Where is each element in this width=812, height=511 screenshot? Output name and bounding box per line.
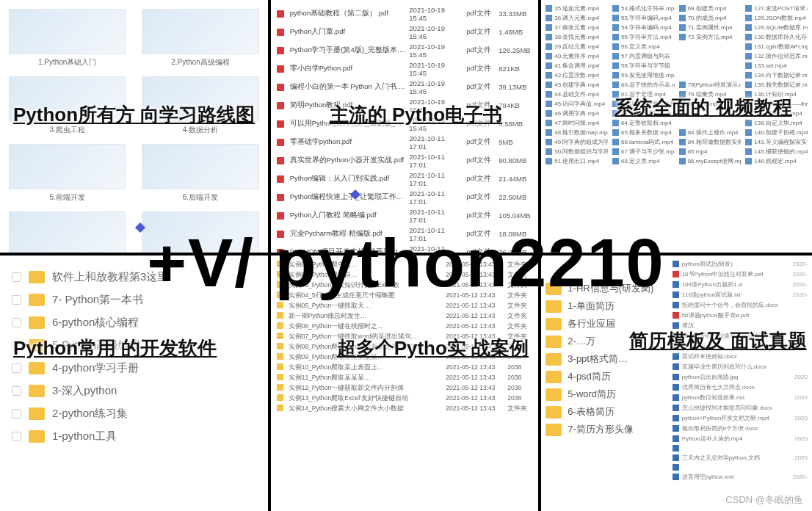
video-item[interactable]: 57.内置调组与列表 [612,52,675,60]
video-item[interactable]: 47.病时问操.mp4 [545,119,608,127]
case-row[interactable]: 实例11_Python爬取某某某…2021-05-12 13:432038 [275,373,534,383]
doc-row[interactable]: Python运补人体的.mp42020 [673,435,808,443]
doc-row[interactable]: 110道python面试题.txt2020- [673,291,808,299]
video-item[interactable]: 54.字符串编码.mp4 [612,23,675,32]
file-row[interactable]: 零基础学python.pdf2021-10-11 17:01pdf文件9MB [275,133,534,151]
video-item[interactable] [679,52,742,60]
video-item[interactable]: 49.阿字典的组成为学习.mp4 [545,138,608,146]
video-item[interactable]: 131.cgibr数据API.mp4 [745,43,808,51]
video-item[interactable]: 48.推引数据map.mp4 [545,128,608,137]
doc-row[interactable]: python总出自海路.jpg2020 [673,373,808,381]
file-row[interactable]: 零小白学Python.pdf2021-10-19 15:45pdf文件821KB [275,59,534,78]
video-item[interactable]: 37.修改元素.mp4 [545,23,608,32]
video-item[interactable]: 51.使用出口.mp4 [545,157,608,165]
video-item[interactable]: 70.的成员.mp4 [679,14,742,22]
video-item[interactable]: 40.元素排序.mp4 [545,52,608,60]
doc-row[interactable]: 应届毕业生简历到底写什么.docx [673,363,808,371]
doc-row[interactable] [673,445,808,452]
video-item[interactable]: 35.递如元素.mp4 [545,4,608,12]
file-row[interactable]: Python学习手册(第4版)_完整版本.pdf2021-10-19 15:45… [275,41,534,59]
video-item[interactable]: 143.等义编程探家实例.mp4 [745,138,808,146]
video-item[interactable]: 66.lambda码式.mp4 [612,138,675,146]
folder-row[interactable]: 3-深入python [7,381,261,401]
doc-row[interactable]: 怎么快捷找到才能提高印印象.docx [673,404,808,412]
video-item[interactable]: 55.字符串方法.mp4 [612,33,675,41]
video-item[interactable]: 71.实例属性.mp4 [679,23,742,32]
doc-row[interactable]: python+Python开发文档文献.mp42020 [673,414,808,422]
video-item[interactable]: 128.JSON数据.mp4 [745,14,808,22]
video-item[interactable]: 67.调子与不少张.mp4 [612,148,675,156]
video-item[interactable] [679,62,742,70]
video-item[interactable]: 43.创建字典.mp4 [545,81,608,89]
doc-row[interactable]: 50课题python酸手资w.pdf [673,311,808,319]
video-item[interactable]: 130.数据库持久化存储示论题.mp4 [745,33,808,41]
checkbox[interactable] [12,318,21,327]
video-item[interactable]: 86.myExcept使网.mp4 [679,157,742,165]
folder-row[interactable]: 7-简历方形头像 [545,423,663,436]
doc-row[interactable] [673,464,808,471]
video-item[interactable]: 38.查找元素.mp4 [545,33,608,41]
case-row[interactable]: 实例05_Python一键抓取天…2021-05-12 13:43文件夹 [275,301,534,311]
video-item[interactable]: 36.调入元素.mp4 [545,14,608,22]
video-item[interactable]: 50.阿数据组织与字符串.mp4 [545,148,608,156]
video-item[interactable]: 85.mp4 [679,148,742,156]
video-item[interactable]: 134.向下数据记录.mp4 [745,71,808,79]
folder-row[interactable]: 软件上和放教程第3这里 [7,267,261,287]
case-row[interactable]: 实例04_5行代码生成任意尺寸缩略图2021-05-12 13:43文件夹 [275,291,534,301]
doc-row[interactable]: 拒绝提问十个信号，会面投的应.docx [673,301,808,309]
folder-row[interactable]: 3-ppt格式简… [545,352,663,366]
doc-row[interactable]: 优秀简历有七大共同点.docx [673,383,808,391]
folder-row[interactable]: 5-word简历 [545,388,663,401]
thumbnail[interactable]: 6.后端开发 [142,144,258,203]
video-item[interactable]: 56.定义类.mp4 [612,43,675,51]
thumbnail[interactable]: 8.自动化测试 [142,211,258,256]
video-item[interactable]: 72.实例方法.mp4 [679,33,742,41]
video-item[interactable]: 84.相写做数据数实例.mp4 [679,138,742,146]
case-row[interactable]: 实例10_Python爬取某上表面上…2021-05-12 13:432038 [275,363,534,373]
thumbnail[interactable]: 1.Python基础入门 [9,9,126,68]
file-row[interactable]: 真实世界的Python小器开发实战.pdf2021-10-11 17:01pdf… [275,151,534,170]
folder-row[interactable]: 6-表格简历 [545,405,663,418]
file-row[interactable]: 完全Pycharm教程·精编版.pdf2021-10-11 17:01pdf文件… [275,225,534,243]
folder-row[interactable]: 1-单面简历 [545,300,663,313]
case-row[interactable]: 实例13_Python爬取Excel'友好'快捷键自动2021-05-12 13… [275,394,534,404]
checkbox[interactable] [12,386,21,396]
file-row[interactable]: PYTHON 项目开发实战_超高清_13883067.pdf2021-10-11… [275,243,534,256]
video-item[interactable]: 133.set.mp4 [745,62,808,70]
folder-row[interactable]: 1-HR信息与(研发岗) [545,282,663,295]
folder-row[interactable]: 4-python学习手册 [7,358,261,378]
file-row[interactable]: 编程小白的第一本 Python 入门书.pdf2021-10-19 15:45p… [275,78,534,96]
video-item[interactable]: 132.操作运动范库.mp4 [745,52,808,60]
video-item[interactable]: 78|Python特发演示.mp4 [679,81,742,89]
doc-row[interactable]: 达言用空python.xml2020- [673,473,808,481]
video-item[interactable]: 59.发无使用地道.mp4 [612,71,675,79]
video-item[interactable]: 60.基于快的办示表.mp4 [612,81,675,89]
thumbnail[interactable]: 7.机器学习 [9,211,126,256]
case-row[interactable]: 实例02_Python视频自…2021-05-12 13:43文件夹 [275,270,534,280]
folder-row[interactable]: 4-psd简历 [545,370,663,383]
checkbox[interactable] [12,363,21,373]
video-item[interactable] [679,43,742,51]
video-item[interactable]: 146.线程定.mp4 [745,157,808,165]
folder-row[interactable]: 7- Python第一本书 [7,290,261,310]
checkbox[interactable] [12,409,21,418]
video-item[interactable]: 69.创建类.mp4 [679,4,742,12]
video-item[interactable]: 140.创建子协程.mp4 [745,128,808,137]
file-row[interactable]: python基础教程（第二版）.pdf2021-10-19 15:45pdf文件… [275,4,534,23]
thumbnail[interactable]: 5.前端开发 [9,144,126,203]
thumbnail[interactable]: 2.Python高级编程 [142,9,258,68]
video-item[interactable]: 129.SQLite数据库.mp4 [745,23,808,32]
video-item[interactable] [679,71,742,79]
file-row[interactable]: Python入门教程 简略编.pdf2021-10-11 17:01pdf文件1… [275,206,534,225]
folder-row[interactable]: 2-python练习集 [7,404,261,424]
video-item[interactable]: 58.字符串与字节组 [612,62,675,70]
video-item[interactable]: 127.发送POST请求.mp4 [745,4,808,12]
checkbox[interactable] [12,272,21,282]
folder-row[interactable]: 1-python工具 [7,427,261,446]
doc-row[interactable]: 三天内之天总对学python.文档2020 [673,454,808,462]
checkbox[interactable] [12,295,21,305]
video-item[interactable]: 44.基础文件.mp4 [545,90,608,98]
video-item[interactable]: 53.字符串编码.mp4 [612,14,675,22]
case-row[interactable]: 实例01_Python爬虫天…2021-05-12 13:43文件夹 [275,260,534,270]
video-item[interactable]: 68.定义类.mp4 [612,157,675,165]
